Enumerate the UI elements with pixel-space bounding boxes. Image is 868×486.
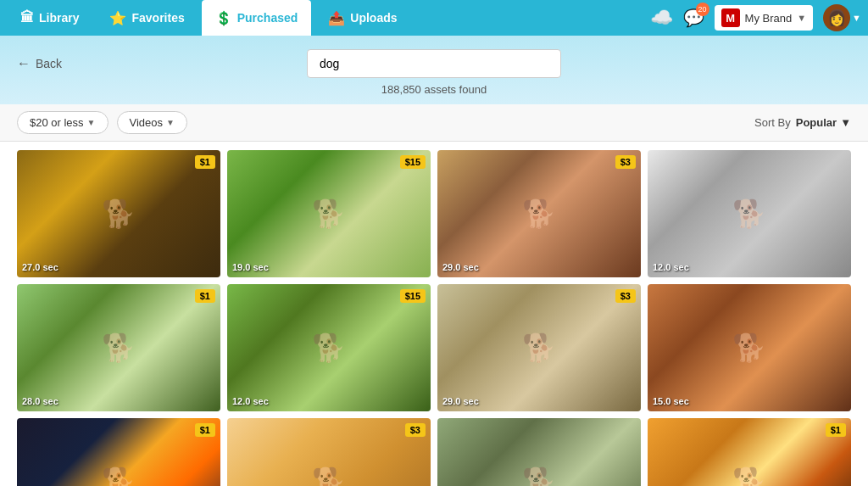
uploads-icon: 📤: [328, 10, 345, 26]
type-filter[interactable]: Videos ▼: [117, 111, 187, 134]
video-thumbnail[interactable]: $127.0 sec: [17, 150, 220, 277]
video-thumbnail[interactable]: $35.0 sec: [227, 418, 431, 486]
duration-badge: 28.0 sec: [22, 396, 58, 406]
duration-badge: 29.0 sec: [442, 396, 479, 406]
duration-badge: 15.0 sec: [653, 396, 689, 406]
library-icon: 🏛: [20, 10, 34, 25]
duration-badge: 12.0 sec: [653, 262, 689, 272]
search-row: ← Back: [0, 49, 868, 78]
sort-value: Popular: [796, 116, 837, 129]
video-thumbnail[interactable]: 19.0 sec: [437, 418, 641, 486]
sort-area: Sort By Popular ▼: [754, 116, 851, 129]
search-input[interactable]: [307, 49, 561, 78]
price-badge: $15: [400, 289, 426, 303]
price-badge: $3: [405, 423, 426, 437]
avatar-chevron-icon[interactable]: ▼: [852, 13, 861, 23]
price-badge: $1: [195, 289, 215, 303]
sort-by-label: Sort By: [754, 116, 791, 129]
price-badge: $1: [826, 423, 846, 437]
tab-favorites[interactable]: ⭐ Favorites: [96, 0, 198, 36]
header-right: ☁️ 💬 20 M My Brand ▼ 👩 ▼: [650, 4, 861, 31]
price-badge: $1: [195, 155, 215, 169]
favorites-icon: ⭐: [109, 10, 126, 26]
price-filter[interactable]: $20 or less ▼: [17, 111, 108, 134]
video-thumbnail[interactable]: $1512.0 sec: [227, 284, 431, 411]
sort-button[interactable]: Popular ▼: [796, 116, 851, 129]
back-arrow-icon: ←: [17, 56, 31, 71]
back-button[interactable]: ← Back: [17, 56, 62, 71]
grid-area: $127.0 sec$1519.0 sec$329.0 sec12.0 sec$…: [0, 142, 868, 486]
duration-badge: 29.0 sec: [442, 262, 479, 272]
video-thumbnail[interactable]: $120.0 sec: [17, 418, 220, 486]
video-thumbnail[interactable]: 12.0 sec: [648, 150, 851, 277]
purchased-icon: 💲: [215, 10, 232, 26]
duration-badge: 19.0 sec: [232, 262, 269, 272]
video-thumbnail[interactable]: $329.0 sec: [437, 150, 641, 277]
tab-purchased[interactable]: 💲 Purchased: [202, 0, 312, 36]
sort-chevron-icon: ▼: [840, 116, 851, 129]
price-filter-label: $20 or less: [30, 116, 84, 129]
price-filter-chevron-icon: ▼: [87, 118, 96, 127]
video-thumbnail[interactable]: $18.0 sec: [648, 418, 851, 486]
video-thumbnail[interactable]: $329.0 sec: [437, 284, 641, 411]
tab-library-label: Library: [39, 11, 79, 25]
chat-badge: 20: [696, 3, 709, 16]
type-filter-chevron-icon: ▼: [166, 118, 175, 127]
tab-uploads-label: Uploads: [350, 11, 397, 25]
chat-button[interactable]: 💬 20: [683, 8, 704, 28]
results-count: 188,850 assets found: [381, 83, 487, 96]
price-badge: $3: [615, 155, 636, 169]
duration-badge: 12.0 sec: [232, 396, 269, 406]
tab-favorites-label: Favorites: [131, 11, 184, 25]
brand-selector[interactable]: M My Brand ▼: [715, 5, 814, 31]
filters-row: $20 or less ▼ Videos ▼ Sort By Popular ▼: [0, 104, 868, 142]
video-thumbnail[interactable]: $128.0 sec: [17, 284, 220, 411]
video-thumbnail[interactable]: 15.0 sec: [648, 284, 851, 411]
avatar[interactable]: 👩: [823, 4, 850, 31]
back-label: Back: [36, 57, 62, 70]
tab-purchased-label: Purchased: [237, 11, 298, 25]
price-badge: $15: [400, 155, 426, 169]
video-grid: $127.0 sec$1519.0 sec$329.0 sec12.0 sec$…: [17, 150, 851, 486]
price-badge: $3: [615, 289, 636, 303]
brand-logo: M: [721, 8, 740, 27]
duration-badge: 27.0 sec: [22, 262, 58, 272]
brand-name: My Brand: [745, 12, 793, 25]
tab-library[interactable]: 🏛 Library: [7, 0, 92, 36]
nav-tabs: 🏛 Library ⭐ Favorites 💲 Purchased 📤 Uplo…: [7, 0, 650, 36]
search-area: ← Back 188,850 assets found: [0, 36, 868, 104]
brand-chevron-icon: ▼: [797, 13, 806, 23]
price-badge: $1: [195, 423, 215, 437]
type-filter-label: Videos: [130, 116, 164, 129]
tab-uploads[interactable]: 📤 Uploads: [314, 0, 410, 36]
header: 🏛 Library ⭐ Favorites 💲 Purchased 📤 Uplo…: [0, 0, 868, 36]
video-thumbnail[interactable]: $1519.0 sec: [227, 150, 431, 277]
cloud-icon[interactable]: ☁️: [650, 7, 673, 29]
